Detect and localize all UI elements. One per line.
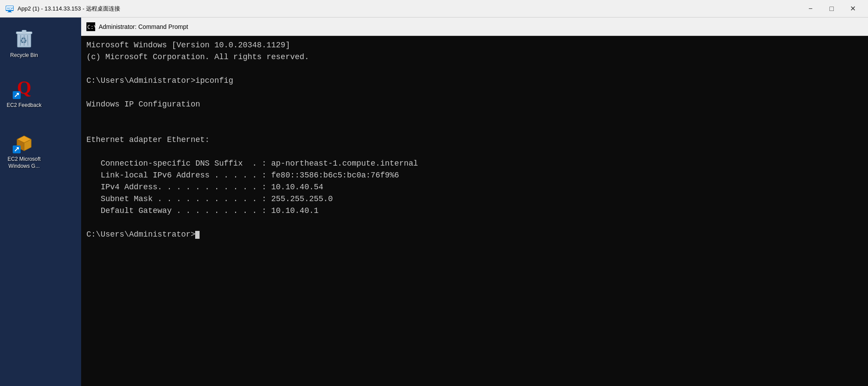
cmd-title-bar: C:\ Administrator: Command Prompt xyxy=(81,18,868,36)
window-controls: − □ ✕ xyxy=(800,2,863,15)
recycle-bin-label: Recycle Bin xyxy=(10,52,38,59)
ec2-windows-label: EC2 Microsoft Windows G... xyxy=(7,156,40,170)
svg-text:RDP: RDP xyxy=(7,7,14,10)
desktop: ♻ Recycle Bin Q EC2 Feedback xyxy=(0,18,81,386)
restore-button[interactable]: □ xyxy=(822,2,842,15)
minimize-button[interactable]: − xyxy=(800,2,821,15)
svg-rect-1 xyxy=(8,11,11,12)
cmd-line-5 xyxy=(86,87,863,99)
cmd-line-8 xyxy=(86,122,863,134)
cmd-line-10 xyxy=(86,146,863,158)
desktop-icon-ec2-feedback[interactable]: Q EC2 Feedback xyxy=(4,74,44,111)
cmd-line-4: C:\Users\Administrator>ipconfig xyxy=(86,75,863,87)
main-title-bar: RDP App2 (1) - 13.114.33.153 - 远程桌面连接 − … xyxy=(0,0,868,18)
desktop-icon-recycle-bin[interactable]: ♻ Recycle Bin xyxy=(4,24,44,61)
recycle-bin-icon: ♻ xyxy=(12,26,36,50)
close-button[interactable]: ✕ xyxy=(843,2,863,15)
cmd-line-3 xyxy=(86,63,863,75)
svg-rect-2 xyxy=(7,12,12,12)
cmd-line-9: Ethernet adapter Ethernet: xyxy=(86,134,863,146)
svg-rect-7 xyxy=(22,30,26,32)
cmd-line-11: Connection-specific DNS Suffix . : ap-no… xyxy=(86,158,863,170)
cmd-line-6: Windows IP Configuration xyxy=(86,99,863,110)
title-bar-left: RDP App2 (1) - 13.114.33.153 - 远程桌面连接 xyxy=(5,4,120,13)
desktop-icon-ec2-windows[interactable]: EC2 Microsoft Windows G... xyxy=(4,128,44,171)
cmd-line-12: Link-local IPv6 Address . . . . . : fe80… xyxy=(86,170,863,181)
cmd-line-14: Subnet Mask . . . . . . . . . . . : 255.… xyxy=(86,193,863,205)
ec2-windows-icon-img xyxy=(12,130,36,154)
cmd-icon: C:\ xyxy=(86,22,95,31)
svg-line-9 xyxy=(20,35,21,46)
cmd-line-13: IPv4 Address. . . . . . . . . . . : 10.1… xyxy=(86,181,863,193)
cmd-line-2: (c) Microsoft Corporation. All rights re… xyxy=(86,51,863,63)
cmd-window: C:\ Administrator: Command Prompt Micros… xyxy=(81,18,868,386)
svg-line-11 xyxy=(28,35,28,46)
cmd-prompt-line: C:\Users\Administrator> xyxy=(86,229,863,241)
cmd-title-text: Administrator: Command Prompt xyxy=(99,23,188,30)
cursor-blink xyxy=(195,231,200,239)
svg-text:C:\: C:\ xyxy=(87,24,95,30)
cmd-content[interactable]: Microsoft Windows [Version 10.0.20348.11… xyxy=(81,36,868,386)
cmd-line-1: Microsoft Windows [Version 10.0.20348.11… xyxy=(86,39,863,51)
cmd-line-16 xyxy=(86,217,863,229)
ec2-feedback-label: EC2 Feedback xyxy=(7,102,41,109)
rdp-icon: RDP xyxy=(5,4,14,13)
main-window-title: App2 (1) - 13.114.33.153 - 远程桌面连接 xyxy=(18,5,120,13)
cmd-line-15: Default Gateway . . . . . . . . . : 10.1… xyxy=(86,205,863,217)
cmd-line-7 xyxy=(86,110,863,122)
ec2-feedback-icon-img: Q xyxy=(12,76,36,100)
